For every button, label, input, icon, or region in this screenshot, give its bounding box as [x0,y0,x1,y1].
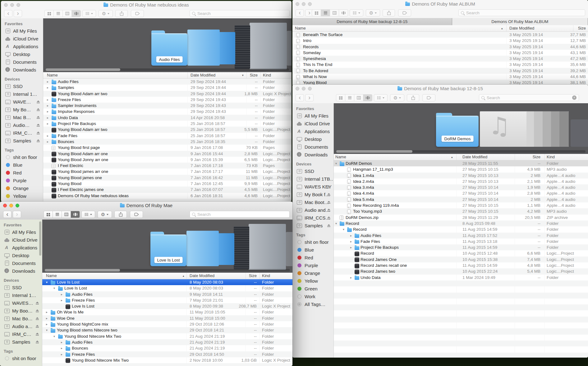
disclosure-open-icon[interactable]: ▾ [46,327,48,333]
sidebar-item-applications[interactable]: Applications [292,127,333,135]
file-row[interactable]: Too Young.mp327 May 2015 10:154,2 MBMP3 … [334,208,588,214]
close-button[interactable] [296,2,299,6]
view-icons-button[interactable] [45,10,54,17]
view-columns-button[interactable] [62,211,71,218]
disclosure-closed-icon[interactable]: ▸ [47,79,48,85]
file-row[interactable]: Young Blood james arr one7 Jan 2016 17:1… [43,169,292,174]
search-clear-icon[interactable]: × [572,95,577,100]
sidebar-item-yellow[interactable]: Yellow [292,277,333,285]
view-columns-button[interactable] [63,10,72,17]
search-input[interactable] [197,11,287,16]
sidebar-item-desktop[interactable]: Desktop [1,50,43,58]
sidebar-item-samples[interactable]: Samples [0,338,42,346]
column-header-size[interactable]: Size [230,72,258,78]
arrange-button[interactable] [374,94,388,101]
sidebar-item-applications[interactable]: Applications [0,244,42,252]
disclosure-closed-icon[interactable]: ▸ [61,345,62,351]
view-coverflow-button[interactable] [363,95,372,101]
disclosure-closed-icon[interactable]: ▸ [47,85,48,90]
file-row[interactable]: ▸Bounces25 Jan 2016 18:35--Folder [43,139,292,145]
file-row[interactable]: Record James recall one11 Aug 2015 14:59… [334,262,588,268]
disclosure-open-icon[interactable]: ▾ [335,220,337,226]
zoom-button[interactable] [308,87,312,90]
back-button[interactable]: ‹ [3,211,11,218]
file-row[interactable]: Idea 5.m4a27 May 2015 10:142 MBApple…4 a… [334,197,588,202]
file-row[interactable]: ▸Audio Files11 Aug 2015 17:52--Folder [334,233,588,239]
disclosure-closed-icon[interactable]: ▸ [350,233,352,239]
file-row[interactable]: Young Blood Adam arr two29 Sep 2024 19:4… [43,91,292,97]
file-row[interactable]: What Is Now3 May 2025 19:1444,6 MB [292,74,588,80]
sidebar-item-mac-b-[interactable]: Mac B… [1,114,43,121]
sidebar-item-desktop[interactable]: Desktop [0,252,42,259]
sidebar-item-documents[interactable]: Documents [1,58,43,66]
sidebar-item-shit-on-floor[interactable]: shit on floor [292,238,333,246]
eject-icon[interactable] [36,132,40,134]
disclosure-open-icon[interactable]: ▾ [46,279,48,285]
tab-album[interactable]: Demons Of Ruby Mae ALBUM [452,18,588,25]
sidebar-item-internal-1-[interactable]: Internal 1… [1,90,43,98]
sidebar-item-shit-on-floor[interactable]: shit on floor [0,354,42,362]
eject-icon[interactable] [36,139,40,142]
file-row[interactable]: I Feel Electric7 Jan 2016 17:1873 KBPage… [43,163,292,169]
back-button[interactable]: ‹ [296,9,304,16]
file-row[interactable]: ▸Undo Data14 Apr 2016 20:58--Folder [43,115,292,121]
disclosure-closed-icon[interactable]: ▸ [47,115,48,121]
sidebar-item-wave-[interactable]: WAVE… [1,98,43,106]
sidebar-item-orange[interactable]: Orange [1,184,43,192]
search-field[interactable] [190,10,290,17]
disclosure-closed-icon[interactable]: ▸ [61,297,62,303]
disclosure-open-icon[interactable]: ▾ [53,333,55,339]
file-row[interactable]: Young Blood7 Jan 2016 12:459,9 MBLogic…P… [43,181,292,187]
file-row[interactable]: To Be Adored3 May 2025 19:1439,2 MB [292,68,588,74]
column-header-size[interactable]: Size [512,154,540,160]
tag-button[interactable] [131,10,144,17]
sidebar-item-waves-key[interactable]: WAVES KEY [292,183,333,191]
sidebar-item-all-my-files[interactable]: All My Files [1,27,43,35]
search-field[interactable] [190,211,290,218]
file-row[interactable]: Young Blood james one7 Jan 2016 16:4211 … [43,175,292,181]
file-row[interactable]: ▸Woe One11 May 2018 15:00--Folder [42,315,292,321]
file-row[interactable]: ▸Fade Files25 Jan 2016 18:57--Folder [43,133,292,139]
eject-icon[interactable] [327,209,330,211]
view-icons-button[interactable] [336,95,345,101]
file-row[interactable]: Young Blood Adam arr one9 Jan 2016 15:44… [43,151,292,157]
disclosure-closed-icon[interactable]: ▸ [350,244,352,250]
eject-icon[interactable] [327,201,330,204]
file-row[interactable]: Records3 May 2025 19:1444,6 MB [292,44,588,50]
disclosure-closed-icon[interactable]: ▸ [350,275,352,280]
disclosure-closed-icon[interactable]: ▸ [47,109,48,114]
close-button[interactable] [3,204,7,207]
disclosure-closed-icon[interactable]: ▸ [46,321,48,327]
file-row[interactable]: ▸Audio Files29 Sep 2024 19:44--Folder [43,79,292,85]
tag-button[interactable] [130,211,143,218]
coverflow-scrollbar-thumb[interactable] [45,269,120,271]
search-field[interactable]: × [479,94,579,101]
sidebar-item-work[interactable]: Work [292,293,333,300]
zoom-button[interactable] [308,2,312,6]
disclosure-open-icon[interactable]: ▾ [335,160,337,166]
file-row[interactable]: ▾Love Is Lost8 May 2020 08:03--Folder [42,285,292,291]
eject-icon[interactable] [327,185,330,188]
sidebar-item-documents[interactable]: Documents [292,143,333,151]
sidebar-item-all-my-files[interactable]: All My Files [292,112,333,120]
search-input[interactable] [486,95,571,100]
sidebar-item-shit-on-floor[interactable]: shit on floor [1,153,43,161]
sidebar-item-downloads[interactable]: Downloads [0,267,42,275]
file-row[interactable]: ▸Project File Backups25 Jan 2016 18:57--… [43,121,292,127]
action-gear-button[interactable]: ⚙ [99,10,113,17]
view-icons-button[interactable] [312,10,321,16]
arrange-button[interactable] [350,9,363,16]
file-row[interactable]: ▾Record8 Aug 2015 09:48--Folder [334,220,588,226]
column-header-date-modified[interactable]: Date Modified [191,72,215,78]
coverflow-scrollbar-thumb[interactable] [46,68,120,71]
back-button[interactable]: ‹ [4,10,12,17]
close-button[interactable] [296,87,299,90]
eject-icon[interactable] [35,341,39,343]
sidebar-item-irm-ccs-[interactable]: IRM_CCS… [292,214,333,222]
sidebar-item-my-book-f-[interactable]: My Book f… [292,191,333,198]
sidebar-item-ssd[interactable]: SSD [292,167,333,175]
file-row[interactable]: ▸Young Blood NightCore mix29 Oct 2018 12… [42,321,292,327]
eject-icon[interactable] [35,333,39,336]
disclosure-closed-icon[interactable]: ▸ [47,121,48,127]
sidebar-item-all-tags-[interactable]: All Tags… [292,300,333,308]
